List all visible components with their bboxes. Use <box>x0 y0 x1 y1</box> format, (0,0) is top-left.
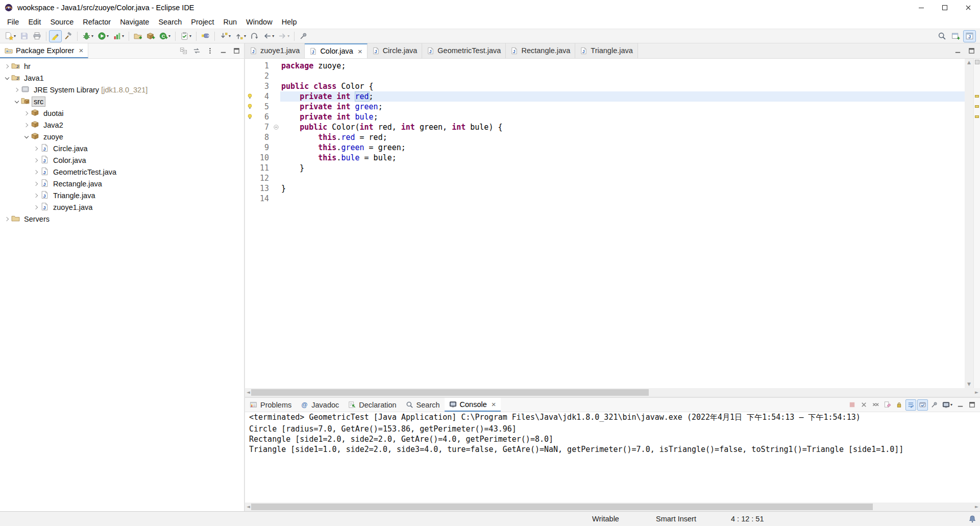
editor-vscrollbar[interactable]: ▲ ▼ <box>965 59 973 388</box>
menu-file[interactable]: File <box>3 16 23 28</box>
dropdown-arrow-icon[interactable]: ▾ <box>91 34 93 38</box>
coverage-button[interactable]: ▾ <box>111 30 126 42</box>
console-output[interactable]: Circle [radius=7.0, GetAre()=153.86, get… <box>245 423 980 503</box>
expander-open-icon[interactable] <box>13 98 20 105</box>
scroll-up-icon[interactable]: ▲ <box>967 60 971 65</box>
run-button[interactable]: ▾ <box>95 30 111 42</box>
console-tab-search[interactable]: Search <box>401 398 445 412</box>
scroll-lock-button[interactable] <box>894 399 904 411</box>
maximize-panel-button[interactable] <box>232 46 241 56</box>
last-edit-location-button[interactable] <box>248 30 261 42</box>
expander-closed-icon[interactable] <box>13 86 20 93</box>
editor-tab-zuoye1-java[interactable]: Jzuoye1.java <box>245 43 305 58</box>
dropdown-arrow-icon[interactable]: ▾ <box>287 34 289 38</box>
editor-tab-circle-java[interactable]: JCircle.java <box>368 43 423 58</box>
editor-tab-triangle-java[interactable]: JTriangle.java <box>575 43 638 58</box>
console-tab-problems[interactable]: Problems <box>245 398 296 412</box>
expander-closed-icon[interactable] <box>32 145 40 152</box>
fold-marker[interactable] <box>272 122 280 132</box>
expander-closed-icon[interactable] <box>32 180 40 187</box>
overview-ruler[interactable] <box>973 59 980 388</box>
java-perspective-button[interactable]: J <box>963 30 976 42</box>
warning-marker[interactable] <box>245 91 255 102</box>
code-area[interactable]: package zuoye;public class Color { priva… <box>280 59 965 388</box>
print-button[interactable] <box>31 30 43 42</box>
maximize-panel-button[interactable] <box>967 46 976 56</box>
code-line[interactable]: package zuoye; <box>280 61 965 71</box>
dropdown-arrow-icon[interactable]: ▾ <box>950 402 952 407</box>
link-with-editor-button[interactable] <box>192 46 202 56</box>
stop-button[interactable] <box>847 399 857 411</box>
menu-edit[interactable]: Edit <box>23 16 45 28</box>
code-line[interactable] <box>280 194 965 204</box>
minimize-panel-button[interactable] <box>218 46 228 56</box>
console-tab-javadoc[interactable]: @Javadoc <box>296 398 344 412</box>
new-java-project-button[interactable] <box>132 30 144 42</box>
new-wizard-button[interactable]: ▾ <box>3 30 18 42</box>
menu-project[interactable]: Project <box>186 16 218 28</box>
code-line[interactable]: } <box>280 183 965 194</box>
tree-item-java2[interactable]: Java2 <box>0 119 244 131</box>
expander-open-icon[interactable] <box>3 74 11 82</box>
expander-closed-icon[interactable] <box>3 215 11 223</box>
console-tab-declaration[interactable]: Declaration <box>344 398 401 412</box>
code-line[interactable]: this.green = green; <box>280 142 965 153</box>
dropdown-arrow-icon[interactable]: ▾ <box>107 34 109 38</box>
open-console-button[interactable]: ▾ <box>941 399 954 411</box>
menu-help[interactable]: Help <box>277 16 302 28</box>
dropdown-arrow-icon[interactable]: ▾ <box>189 34 191 38</box>
expander-closed-icon[interactable] <box>32 203 40 211</box>
menu-run[interactable]: Run <box>218 16 241 28</box>
dropdown-arrow-icon[interactable]: ▾ <box>14 34 16 38</box>
search-all-button[interactable] <box>936 30 948 42</box>
expander-closed-icon[interactable] <box>32 192 40 199</box>
pin-console-button[interactable] <box>929 399 940 411</box>
console-hscrollbar[interactable]: ◄ ► <box>245 503 980 511</box>
scroll-right-icon[interactable]: ► <box>975 390 978 395</box>
console-scroll-right-icon[interactable]: ► <box>975 505 978 509</box>
menu-navigate[interactable]: Navigate <box>115 16 154 28</box>
next-annotation-button[interactable]: ▾ <box>217 30 233 42</box>
maximize-button[interactable] <box>933 0 957 15</box>
expander-closed-icon[interactable] <box>32 156 40 164</box>
close-button[interactable] <box>957 0 980 15</box>
close-console-icon[interactable]: × <box>492 400 496 408</box>
minimize-panel-button[interactable] <box>953 46 963 56</box>
close-tab-icon[interactable]: × <box>358 47 362 55</box>
tree-item-jre-system-library[interactable]: JRE System Library [jdk1.8.0_321] <box>0 84 244 95</box>
console-scroll-left-icon[interactable]: ◄ <box>247 505 250 509</box>
menu-search[interactable]: Search <box>154 16 186 28</box>
tree-item-java1[interactable]: JJava1 <box>0 72 244 84</box>
minimize-panel-button[interactable] <box>955 399 966 411</box>
code-line[interactable]: public class Color { <box>280 81 965 91</box>
collapse-all-button[interactable] <box>179 46 188 56</box>
menu-refactor[interactable]: Refactor <box>78 16 115 28</box>
new-package-button[interactable] <box>144 30 157 42</box>
debug-button[interactable]: ▾ <box>80 30 95 42</box>
show-on-output-button[interactable] <box>917 399 928 411</box>
code-line[interactable]: } <box>280 163 965 173</box>
overview-warning-mark[interactable] <box>975 95 979 98</box>
minimize-button[interactable] <box>910 0 933 15</box>
build-all-button[interactable] <box>62 30 75 42</box>
search-button[interactable] <box>199 30 212 42</box>
tree-item-src[interactable]: src <box>0 95 244 107</box>
expander-closed-icon[interactable] <box>22 109 30 117</box>
editor-tab-color-java[interactable]: JColor.java× <box>305 43 367 58</box>
code-line[interactable]: this.bule = bule; <box>280 153 965 163</box>
forward-button[interactable]: ▾ <box>276 30 291 42</box>
code-line[interactable]: private int green; <box>280 102 965 112</box>
editor-hscrollbar[interactable]: ◄ ► <box>245 388 980 397</box>
expander-closed-icon[interactable] <box>22 121 30 129</box>
word-wrap-button[interactable] <box>905 399 916 411</box>
pin-editor-button[interactable] <box>297 30 310 42</box>
code-line[interactable] <box>280 71 965 81</box>
menu-source[interactable]: Source <box>45 16 78 28</box>
annotation-config-icon[interactable] <box>975 60 979 64</box>
save-button[interactable] <box>18 30 31 42</box>
code-line[interactable]: this.red = red; <box>280 132 965 142</box>
warning-marker[interactable] <box>245 112 255 122</box>
menu-window[interactable]: Window <box>241 16 277 28</box>
tree-item-hr[interactable]: Jhr <box>0 60 244 72</box>
code-line[interactable] <box>280 173 965 183</box>
